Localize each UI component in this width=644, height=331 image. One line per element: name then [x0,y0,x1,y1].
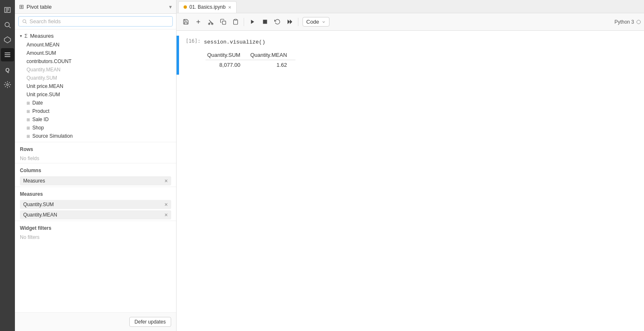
col-header-quantity-sum: Quantity.SUM [206,50,249,60]
columns-chip-measures: Measures × [20,176,171,185]
list-item[interactable]: Amount.MEAN [15,41,176,49]
pivot-collapse-icon[interactable]: ▾ [169,4,172,10]
sigma-icon: Σ [24,33,27,39]
copy-button[interactable] [217,16,229,28]
kernel-label: Python 3 [615,19,634,25]
toolbar-separator-2 [298,18,298,26]
svg-point-6 [7,84,9,86]
tab-bar: 01. Basics.ipynb × [177,0,644,13]
field-label: Product [32,108,49,114]
svg-marker-21 [290,19,292,24]
chip-close-button[interactable]: × [165,212,168,218]
code-cell: [16]: session.visualize() Quantity.SUM Q… [177,35,644,75]
list-item[interactable]: ⊞ Shop [15,124,176,132]
svg-point-7 [23,19,26,22]
measures-chip-quantity-sum: Quantity.SUM × [20,200,171,209]
chip-label: Quantity.MEAN [23,212,57,218]
list-item[interactable]: ⊞ Product [15,107,176,115]
list-icon[interactable] [1,48,14,61]
widget-filters-empty: No filters [15,233,176,242]
stop-button[interactable] [259,16,271,28]
cell-content: session.visualize() Quantity.SUM Quantit… [204,36,644,75]
field-label: Date [32,100,43,106]
svg-marker-2 [5,37,11,43]
table-row: 8,077.00 1.62 [206,60,295,70]
dimension-icon: ⊞ [27,117,30,122]
chip-label: Measures [23,178,45,184]
output-table: Quantity.SUM Quantity.MEAN 8,077.00 1.62 [206,50,295,70]
field-label: Quantity.SUM [27,75,57,81]
defer-updates-button[interactable]: Defer updates [129,317,171,327]
list-item[interactable]: Unit price.MEAN [15,82,176,90]
list-item[interactable]: contributors.COUNT [15,57,176,66]
measures-label: Measures [30,33,53,39]
search-icon[interactable] [1,18,14,32]
measures-toggle[interactable]: ▾ Σ Measures [15,31,176,41]
pivot-icon: ⊞ [19,3,24,10]
rows-section-label: Rows [15,142,176,154]
field-label: Unit price.SUM [27,92,60,97]
code-text: session.visualize() [204,39,265,45]
kernel-status: Python 3 [615,19,641,25]
measures-section-label: Measures [15,187,176,199]
field-label: Source Simulation [32,133,73,139]
pivot-panel: ⊞ Pivot table ▾ ▾ Σ Measures Amount.MEAN [15,0,177,331]
notebook-tab[interactable]: 01. Basics.ipynb × [178,1,237,13]
dimension-icon: ⊞ [27,134,30,139]
field-label: Amount.SUM [27,50,56,56]
svg-point-0 [5,22,10,27]
measures-chip-quantity-mean: Quantity.MEAN × [20,210,171,219]
add-cell-button[interactable] [192,16,204,28]
list-item[interactable]: Unit price.SUM [15,90,176,99]
col-header-quantity-mean: Quantity.MEAN [249,50,295,60]
dimension-icon: ⊞ [27,109,30,114]
code-type-dropdown[interactable]: Code [303,17,329,27]
list-item[interactable]: ⊞ Sale ID [15,115,176,124]
pivot-body: ▾ Σ Measures Amount.MEAN Amount.SUM cont… [15,29,176,312]
fields-section: ▾ Σ Measures Amount.MEAN Amount.SUM cont… [15,29,176,142]
plugins-icon[interactable] [1,78,14,91]
field-label: Shop [32,125,44,131]
search-input[interactable] [29,18,169,24]
list-item[interactable]: Quantity.SUM [15,74,176,82]
pivot-panel-title: Pivot table [27,4,52,10]
svg-rect-19 [263,20,267,24]
columns-section-label: Columns [15,163,176,175]
svg-line-8 [25,22,27,24]
save-button[interactable] [180,16,191,28]
paste-button[interactable] [230,16,241,28]
tab-dot-icon [184,5,187,9]
pivot-panel-header: ⊞ Pivot table ▾ [15,0,176,14]
cell-code[interactable]: session.visualize() [204,37,644,47]
notebook-area: 01. Basics.ipynb × [177,0,644,331]
chip-close-button[interactable]: × [165,178,168,184]
field-label: Sale ID [32,117,48,122]
restart-button[interactable] [271,16,283,28]
tab-close-button[interactable]: × [228,4,231,10]
query-icon[interactable]: Q [1,63,14,76]
list-item[interactable]: ⊞ Date [15,99,176,107]
search-input-wrapper[interactable] [18,16,173,27]
cell-area: [16]: session.visualize() Quantity.SUM Q… [177,31,644,331]
search-bar [15,14,176,29]
svg-marker-18 [251,20,254,24]
cut-button[interactable] [205,16,216,28]
extensions-icon[interactable] [1,33,14,46]
field-label: Unit price.MEAN [27,83,63,89]
toolbar-separator [244,18,244,26]
files-icon[interactable] [1,3,14,17]
notebook-toolbar: Code Python 3 [177,13,644,31]
search-icon [22,19,27,24]
fast-forward-button[interactable] [284,16,295,28]
chevron-down-icon: ▾ [20,34,22,38]
icon-sidebar: Q [0,0,15,331]
list-item[interactable]: ⊞ Source Simulation [15,132,176,140]
field-label: Quantity.MEAN [27,67,61,73]
list-item[interactable]: Amount.SUM [15,49,176,57]
field-label: contributors.COUNT [27,58,72,64]
list-item[interactable]: Quantity.MEAN [15,66,176,74]
dimension-icon: ⊞ [27,126,30,130]
chip-close-button[interactable]: × [165,202,168,207]
run-button[interactable] [247,16,258,28]
chip-label: Quantity.SUM [23,202,54,207]
